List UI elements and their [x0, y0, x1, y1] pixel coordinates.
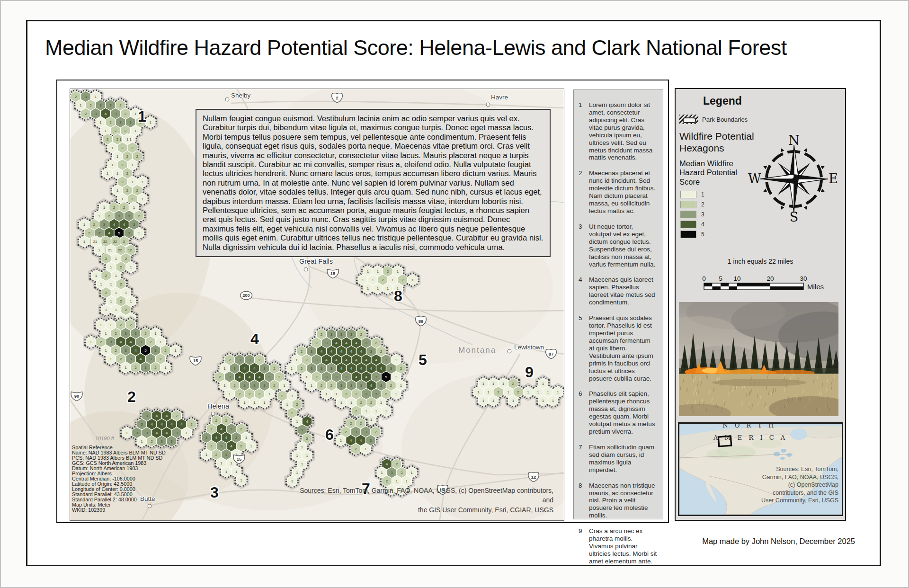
- svg-text:2: 2: [105, 257, 107, 261]
- svg-text:1: 1: [301, 462, 303, 466]
- svg-text:2: 2: [281, 394, 284, 398]
- svg-text:1: 1: [111, 146, 114, 150]
- svg-text:1: 1: [291, 366, 293, 371]
- svg-text:2: 2: [121, 163, 124, 167]
- svg-text:1: 1: [245, 436, 248, 440]
- svg-text:2: 2: [115, 348, 117, 353]
- svg-text:4: 4: [253, 366, 256, 371]
- svg-text:5: 5: [385, 375, 387, 379]
- note-number: 7: [579, 444, 589, 474]
- svg-text:1: 1: [507, 390, 509, 394]
- svg-text:3: 3: [128, 231, 130, 235]
- scale-text: 1 inch equals 22 miles: [676, 258, 845, 265]
- svg-text:2: 2: [387, 269, 389, 274]
- cluster-label: 5: [419, 351, 427, 369]
- svg-text:4: 4: [365, 358, 367, 362]
- cluster-label: 8: [394, 287, 402, 305]
- svg-text:1: 1: [115, 274, 117, 278]
- svg-text:2: 2: [144, 331, 147, 336]
- svg-text:2: 2: [130, 323, 132, 327]
- svg-text:1: 1: [98, 248, 100, 252]
- svg-text:2: 2: [126, 171, 129, 176]
- svg-text:1: 1: [542, 399, 544, 403]
- svg-text:1: 1: [340, 401, 343, 405]
- svg-text:1: 1: [253, 401, 256, 405]
- svg-text:3: 3: [325, 341, 328, 345]
- svg-text:2: 2: [401, 471, 403, 475]
- svg-text:1: 1: [295, 358, 298, 362]
- svg-text:1: 1: [387, 286, 389, 291]
- legend-class-label: 5: [701, 231, 704, 238]
- svg-text:2: 2: [375, 341, 377, 345]
- note-number: 5: [579, 314, 589, 382]
- svg-text:1: 1: [115, 291, 117, 295]
- svg-text:1: 1: [130, 265, 132, 269]
- svg-text:4: 4: [243, 366, 246, 371]
- svg-text:12: 12: [531, 475, 536, 480]
- svg-text:3: 3: [110, 340, 112, 344]
- note-text: Cras a arcu nec ex pharetra mollis. Viva…: [589, 527, 657, 565]
- svg-text:4: 4: [156, 414, 158, 418]
- svg-text:1: 1: [103, 205, 106, 210]
- svg-text:1: 1: [296, 454, 298, 458]
- svg-text:1: 1: [381, 471, 383, 475]
- svg-text:1: 1: [502, 382, 505, 386]
- svg-text:2: 2: [100, 340, 102, 344]
- svg-text:4: 4: [360, 349, 363, 354]
- svg-text:2: 2: [164, 348, 167, 353]
- svg-text:2: 2: [249, 392, 251, 396]
- svg-text:2: 2: [321, 332, 323, 337]
- svg-text:1: 1: [105, 348, 107, 353]
- svg-text:3: 3: [233, 366, 236, 371]
- svg-text:2: 2: [120, 265, 122, 269]
- svg-text:3: 3: [115, 112, 117, 116]
- svg-text:4: 4: [340, 349, 343, 354]
- svg-text:2: 2: [154, 365, 157, 370]
- svg-text:3: 3: [150, 357, 152, 361]
- svg-text:2: 2: [134, 365, 137, 370]
- svg-text:3: 3: [99, 103, 102, 107]
- svg-text:3: 3: [385, 358, 387, 362]
- svg-text:2: 2: [315, 341, 318, 345]
- svg-text:1: 1: [395, 392, 397, 396]
- city-dot: [211, 412, 215, 416]
- svg-text:3: 3: [141, 422, 143, 427]
- svg-text:4: 4: [355, 358, 357, 362]
- svg-text:1: 1: [83, 223, 86, 227]
- svg-text:1: 1: [225, 470, 228, 474]
- svg-text:4: 4: [120, 340, 122, 344]
- svg-text:4: 4: [350, 366, 353, 371]
- svg-text:4: 4: [306, 419, 308, 424]
- note-number: 3: [579, 223, 589, 268]
- svg-text:2: 2: [123, 240, 125, 244]
- cluster-label: 6: [325, 426, 334, 444]
- svg-text:2: 2: [321, 383, 323, 388]
- svg-text:1: 1: [229, 392, 231, 396]
- note-number: 1: [579, 101, 589, 161]
- svg-text:1: 1: [164, 365, 167, 370]
- svg-text:2: 2: [120, 299, 122, 303]
- svg-text:1: 1: [411, 278, 414, 282]
- svg-text:1: 1: [134, 129, 137, 133]
- svg-text:1: 1: [220, 461, 223, 465]
- svg-text:1: 1: [263, 401, 266, 405]
- svg-text:4: 4: [170, 422, 173, 427]
- legend-panel: Legend Park Boundaries Wildfire Potentia…: [675, 88, 846, 521]
- svg-text:3: 3: [370, 438, 372, 443]
- svg-text:2: 2: [350, 421, 352, 426]
- svg-text:3: 3: [140, 340, 142, 344]
- svg-text:3: 3: [391, 471, 393, 475]
- elevation-label: 10190 ft: [95, 436, 114, 441]
- svg-text:1: 1: [395, 358, 397, 362]
- note-text: Ut neque tortor, volutpat vel ex eget, d…: [589, 223, 657, 268]
- svg-text:2: 2: [125, 257, 127, 261]
- svg-text:2: 2: [190, 422, 193, 427]
- svg-text:2: 2: [306, 437, 308, 441]
- note-number: 9: [579, 527, 589, 565]
- svg-text:3: 3: [365, 392, 367, 396]
- svg-text:4: 4: [330, 349, 333, 354]
- svg-text:3: 3: [325, 375, 328, 379]
- svg-text:3: 3: [128, 214, 130, 218]
- svg-text:5: 5: [118, 231, 120, 235]
- svg-text:3: 3: [365, 430, 367, 434]
